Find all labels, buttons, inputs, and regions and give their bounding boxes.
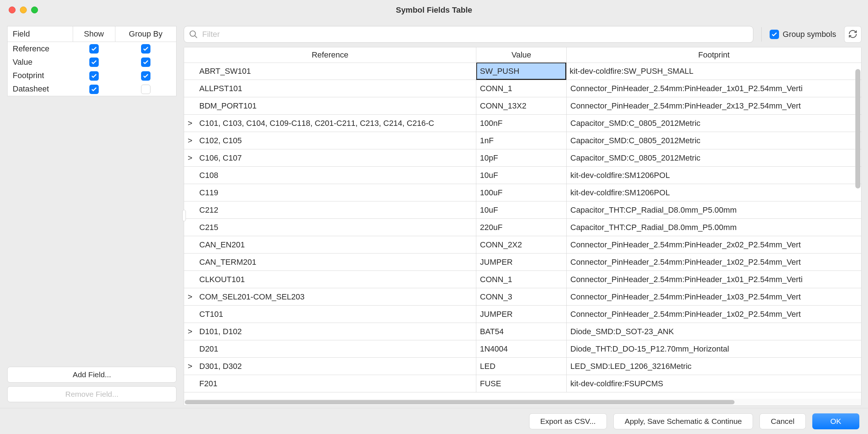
cell-footprint[interactable]: kit-dev-coldfire:SM1206POL <box>567 167 861 184</box>
col-reference[interactable]: Reference <box>184 47 476 63</box>
table-row[interactable]: BDM_PORT101CONN_13X2Connector_PinHeader_… <box>184 97 861 115</box>
cell-value[interactable]: 10uF <box>476 167 567 184</box>
cell-reference[interactable]: C212 <box>184 201 476 218</box>
cell-reference[interactable]: C119 <box>184 184 476 201</box>
group-checkbox[interactable] <box>141 85 150 94</box>
table-row[interactable]: C119100uFkit-dev-coldfire:SM1206POL <box>184 184 861 201</box>
table-row[interactable]: CAN_EN201CONN_2X2Connector_PinHeader_2.5… <box>184 236 861 254</box>
cell-value[interactable]: JUMPER <box>476 254 567 271</box>
cell-value[interactable]: 1nF <box>476 132 567 149</box>
cell-reference[interactable]: >C106, C107 <box>184 149 476 166</box>
filter-input[interactable] <box>184 26 753 43</box>
table-row[interactable]: >D301, D302LEDLED_SMD:LED_1206_3216Metri… <box>184 358 861 375</box>
vertical-scrollbar[interactable] <box>855 69 860 188</box>
cell-reference[interactable]: ABRT_SW101 <box>184 63 476 80</box>
cell-value[interactable]: SW_PUSH <box>476 63 566 80</box>
cell-footprint[interactable]: Connector_PinHeader_2.54mm:PinHeader_1x0… <box>567 80 861 97</box>
cell-footprint[interactable]: Capacitor_THT:CP_Radial_D8.0mm_P5.00mm <box>567 201 861 218</box>
cell-footprint[interactable]: kit-dev-coldfire:FSUPCMS <box>567 375 861 392</box>
refresh-button[interactable] <box>844 26 861 43</box>
scroll-thumb[interactable] <box>185 400 735 404</box>
cell-reference[interactable]: C108 <box>184 167 476 184</box>
minimize-window-button[interactable] <box>20 7 27 13</box>
cell-value[interactable]: CONN_2X2 <box>476 236 567 253</box>
cell-reference[interactable]: F201 <box>184 375 476 392</box>
cell-reference[interactable]: CLKOUT101 <box>184 271 476 288</box>
cell-value[interactable]: 10uF <box>476 201 567 218</box>
expand-chevron-icon[interactable]: > <box>188 119 192 128</box>
cell-footprint[interactable]: Connector_PinHeader_2.54mm:PinHeader_2x1… <box>567 97 861 114</box>
expand-chevron-icon[interactable]: > <box>188 136 192 145</box>
cell-reference[interactable]: >C101, C103, C104, C109-C118, C201-C211,… <box>184 115 476 132</box>
cell-reference[interactable]: BDM_PORT101 <box>184 97 476 114</box>
table-row[interactable]: >COM_SEL201-COM_SEL203CONN_3Connector_Pi… <box>184 288 861 306</box>
table-row[interactable]: ABRT_SW101SW_PUSHkit-dev-coldfire:SW_PUS… <box>184 63 861 80</box>
table-row[interactable]: CAN_TERM201JUMPERConnector_PinHeader_2.5… <box>184 254 861 271</box>
cell-reference[interactable]: >C102, C105 <box>184 132 476 149</box>
cell-footprint[interactable]: Capacitor_SMD:C_0805_2012Metric <box>567 115 861 132</box>
cell-value[interactable]: 10pF <box>476 149 567 166</box>
cell-footprint[interactable]: Connector_PinHeader_2.54mm:PinHeader_2x0… <box>567 236 861 253</box>
cell-footprint[interactable]: Capacitor_THT:CP_Radial_D8.0mm_P5.00mm <box>567 219 861 236</box>
cell-reference[interactable]: >D301, D302 <box>184 358 476 375</box>
table-row[interactable]: >C101, C103, C104, C109-C118, C201-C211,… <box>184 115 861 132</box>
close-window-button[interactable] <box>9 7 16 13</box>
cell-value[interactable]: 1N4004 <box>476 340 567 357</box>
expand-chevron-icon[interactable]: > <box>188 362 192 371</box>
cell-reference[interactable]: CAN_EN201 <box>184 236 476 253</box>
cell-value[interactable]: FUSE <box>476 375 567 392</box>
ok-button[interactable]: OK <box>812 413 859 429</box>
cell-value[interactable]: 100nF <box>476 115 567 132</box>
col-footprint[interactable]: Footprint <box>567 47 861 63</box>
cell-value[interactable]: JUMPER <box>476 306 567 323</box>
show-checkbox[interactable] <box>89 71 99 81</box>
table-row[interactable]: >D101, D102BAT54Diode_SMD:D_SOT-23_ANK <box>184 323 861 340</box>
group-checkbox[interactable] <box>141 44 150 54</box>
cell-reference[interactable]: C215 <box>184 219 476 236</box>
cell-footprint[interactable]: Connector_PinHeader_2.54mm:PinHeader_1x0… <box>567 288 861 305</box>
zoom-window-button[interactable] <box>31 7 38 13</box>
cell-reference[interactable]: >D101, D102 <box>184 323 476 340</box>
table-row[interactable]: D2011N4004Diode_THT:D_DO-15_P12.70mm_Hor… <box>184 340 861 358</box>
splitter-handle[interactable] <box>182 210 186 221</box>
cell-footprint[interactable]: LED_SMD:LED_1206_3216Metric <box>567 358 861 375</box>
cell-footprint[interactable]: Capacitor_SMD:C_0805_2012Metric <box>567 132 861 149</box>
table-row[interactable]: >C106, C10710pFCapacitor_SMD:C_0805_2012… <box>184 149 861 167</box>
cell-footprint[interactable]: Diode_THT:D_DO-15_P12.70mm_Horizontal <box>567 340 861 357</box>
expand-chevron-icon[interactable]: > <box>188 292 192 302</box>
apply-save-button[interactable]: Apply, Save Schematic & Continue <box>613 413 753 429</box>
table-row[interactable]: >C102, C1051nFCapacitor_SMD:C_0805_2012M… <box>184 132 861 149</box>
table-row[interactable]: C21210uFCapacitor_THT:CP_Radial_D8.0mm_P… <box>184 201 861 219</box>
group-symbols-checkbox[interactable] <box>770 30 779 39</box>
show-checkbox[interactable] <box>89 58 99 67</box>
cell-footprint[interactable]: kit-dev-coldfire:SW_PUSH_SMALL <box>566 63 861 80</box>
add-field-button[interactable]: Add Field... <box>7 367 176 383</box>
cell-value[interactable]: 100uF <box>476 184 567 201</box>
cell-reference[interactable]: CT101 <box>184 306 476 323</box>
cell-footprint[interactable]: Capacitor_SMD:C_0805_2012Metric <box>567 149 861 166</box>
export-csv-button[interactable]: Export as CSV... <box>529 413 607 429</box>
cell-reference[interactable]: ALLPST101 <box>184 80 476 97</box>
cell-value[interactable]: LED <box>476 358 567 375</box>
cancel-button[interactable]: Cancel <box>760 413 805 429</box>
cell-value[interactable]: CONN_1 <box>476 80 567 97</box>
cell-reference[interactable]: CAN_TERM201 <box>184 254 476 271</box>
group-symbols-option[interactable]: Group symbols <box>770 30 836 39</box>
show-checkbox[interactable] <box>89 85 99 94</box>
col-value[interactable]: Value <box>476 47 567 63</box>
table-row[interactable]: CT101JUMPERConnector_PinHeader_2.54mm:Pi… <box>184 306 861 323</box>
table-row[interactable]: ALLPST101CONN_1Connector_PinHeader_2.54m… <box>184 80 861 97</box>
expand-chevron-icon[interactable]: > <box>188 327 192 336</box>
group-checkbox[interactable] <box>141 58 150 67</box>
table-row[interactable]: C10810uFkit-dev-coldfire:SM1206POL <box>184 167 861 184</box>
expand-chevron-icon[interactable]: > <box>188 153 192 163</box>
cell-footprint[interactable]: Connector_PinHeader_2.54mm:PinHeader_1x0… <box>567 306 861 323</box>
cell-value[interactable]: BAT54 <box>476 323 567 340</box>
table-row[interactable]: F201FUSEkit-dev-coldfire:FSUPCMS <box>184 375 861 392</box>
cell-value[interactable]: 220uF <box>476 219 567 236</box>
cell-value[interactable]: CONN_1 <box>476 271 567 288</box>
cell-footprint[interactable]: Connector_PinHeader_2.54mm:PinHeader_1x0… <box>567 271 861 288</box>
show-checkbox[interactable] <box>89 44 99 54</box>
table-row[interactable]: CLKOUT101CONN_1Connector_PinHeader_2.54m… <box>184 271 861 288</box>
cell-footprint[interactable]: kit-dev-coldfire:SM1206POL <box>567 184 861 201</box>
